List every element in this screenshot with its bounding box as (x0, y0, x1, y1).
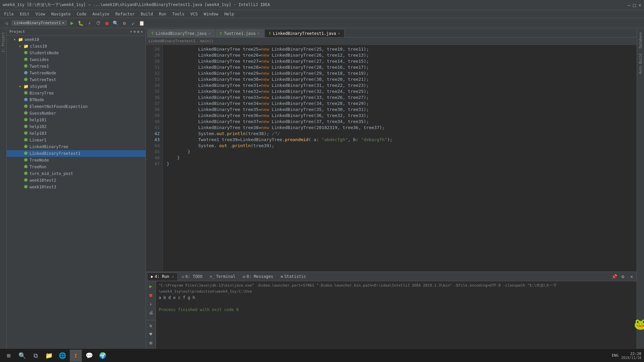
coverage-button[interactable]: ⚡ (86, 19, 93, 27)
run-tab-close[interactable]: ✕ (172, 275, 174, 279)
database-panel-label[interactable]: Database (638, 29, 643, 51)
pin-button[interactable]: 📌 (610, 273, 618, 280)
git-button[interactable]: ↙ (129, 19, 137, 27)
class-icon (24, 178, 28, 183)
filter-button[interactable]: ♥ (147, 330, 155, 338)
tree-item-btnode[interactable]: BTNode (7, 97, 146, 103)
taskview-button[interactable]: ⧉ (30, 350, 42, 362)
profile-button[interactable]: ⏱ (95, 19, 102, 27)
tab-close-icon[interactable]: ✕ (209, 32, 211, 35)
expand-all-button[interactable]: ⊞ (147, 339, 155, 347)
auto-build-label[interactable]: Auto Build (638, 51, 643, 76)
browser-icon[interactable]: 🌍 (97, 350, 109, 362)
run-tab-label: 4: Run (155, 274, 169, 279)
bottom-tab-statistic[interactable]: ≡ Statistic (277, 273, 309, 281)
file-manager-icon[interactable]: 📁 (43, 350, 55, 362)
activity-project[interactable]: 1: Project (1, 29, 6, 55)
tree-item-class10[interactable]: ▾ 📁 class10 (7, 43, 146, 50)
edge-icon[interactable]: 🌐 (56, 350, 68, 362)
tree-item-twotreednode[interactable]: TwotreeNode (7, 70, 146, 76)
back-button[interactable]: ◁ (3, 19, 10, 27)
menu-view[interactable]: View (33, 11, 48, 17)
terminal-button[interactable]: 📋 (138, 19, 146, 27)
search-button[interactable]: 🔍 (112, 19, 119, 27)
menu-build[interactable]: Build (138, 11, 156, 17)
intellij-taskbar-icon[interactable]: I (70, 350, 82, 362)
window-controls[interactable]: – □ ✕ (628, 2, 641, 8)
tree-item-linear1[interactable]: Linear1 (7, 137, 146, 143)
sidebar-close-icon[interactable]: ✕ (141, 29, 143, 34)
messages-tab-icon: ✉ (243, 274, 245, 279)
bottom-tab-run[interactable]: ▶ 4: Run ✕ (147, 273, 178, 281)
bottom-tab-messages[interactable]: ✉ 0: Messages (239, 273, 277, 281)
tree-item-help103[interactable]: help103 (7, 130, 146, 137)
tree-item-treerun[interactable]: TreeRun (7, 164, 146, 170)
tree-item-shiyan8[interactable]: ▾ 📁 shiyan8 (7, 83, 146, 90)
sort-button[interactable]: ⇅ (147, 322, 155, 329)
stop-run-button[interactable]: ■ (147, 291, 155, 299)
menu-edit[interactable]: Edit (17, 11, 32, 17)
menu-file[interactable]: File (1, 11, 16, 17)
line-num: 43 (149, 137, 160, 143)
minimize-button[interactable]: – (628, 2, 630, 8)
tree-item-twotree1[interactable]: Twotree1 (7, 63, 146, 70)
menu-help[interactable]: Help (222, 11, 237, 17)
menu-run[interactable]: Run (156, 11, 169, 17)
tree-label: help103 (30, 131, 47, 136)
code-content[interactable]: LinkedBinaryTree tree25=new LinkedBinary… (163, 45, 637, 272)
tree-label: TreeNode (30, 158, 49, 163)
tree-item-help101[interactable]: help101 (7, 117, 146, 123)
tree-item-studentsnode[interactable]: StudentsNode (7, 50, 146, 56)
settings-bottom-button[interactable]: ⚙ (619, 273, 627, 280)
start-button[interactable]: ⊞ (3, 350, 15, 362)
tree-item-treenode[interactable]: TreeNode (7, 157, 146, 164)
tree-item-elementnotfound[interactable]: ElementNotFoundExpection (7, 103, 146, 110)
tree-item-turn[interactable]: turn_mid_into_post (7, 170, 146, 177)
run-config-dropdown-icon[interactable]: ▾ (62, 21, 64, 25)
tree-item-week10test2[interactable]: week10test2 (7, 177, 146, 184)
bottom-tab-todo[interactable]: ☑ 6: TODO (178, 273, 206, 281)
menu-vcs[interactable]: VCS (188, 11, 201, 17)
tab-icon: C (269, 32, 271, 35)
tree-item-binarytree[interactable]: BinaryTree (7, 90, 146, 97)
run-config-name: LinkedBinaryTreetest1 (14, 21, 61, 25)
menu-tools[interactable]: Tools (170, 11, 187, 17)
tab-close-icon[interactable]: ✕ (338, 32, 340, 35)
rerun-button[interactable]: ▶ (147, 283, 155, 290)
tree-item-guessnumber[interactable]: GuessNumber (7, 110, 146, 117)
wechat-icon[interactable]: 💬 (83, 350, 95, 362)
tree-item-linkedbinarytree[interactable]: LinkedBinaryTree (7, 143, 146, 150)
menu-code[interactable]: Code (74, 11, 89, 17)
close-bottom-button[interactable]: ✕ (628, 273, 635, 280)
close-button[interactable]: ✕ (639, 2, 641, 8)
tab-twotree1[interactable]: C Twotree1.java ✕ (216, 29, 264, 37)
debug-button[interactable]: 🐛 (77, 19, 85, 27)
tab-linkedbinarytree[interactable]: C LinkedBinaryTree.java ✕ (147, 29, 215, 37)
tree-item-linkedbinarytreetest1[interactable]: LinkedBinaryTreetest1 (7, 150, 146, 157)
tree-item-twosides[interactable]: twosides (7, 56, 146, 63)
tab-close-icon[interactable]: ✕ (258, 32, 260, 35)
stop-button[interactable]: ■ (103, 19, 111, 27)
sidebar-settings-icon[interactable]: ⚙ (137, 29, 140, 34)
menu-window[interactable]: Window (201, 11, 221, 17)
tab-label: Twotree1.java (224, 31, 256, 36)
run-button[interactable]: ▶ (68, 19, 76, 27)
tree-item-week10[interactable]: ▾ 📁 week10 (7, 36, 146, 43)
search-taskbar-button[interactable]: 🔍 (16, 350, 28, 362)
scroll-to-end-button[interactable]: ↓ (147, 300, 155, 307)
menu-refactor[interactable]: Refactor (113, 11, 138, 17)
menu-navigate[interactable]: Navigate (49, 11, 73, 17)
tab-linkedbinarytreetest1[interactable]: C LinkedBinaryTreetest1.java ✕ (265, 29, 344, 37)
tree-item-help102[interactable]: help102 (7, 123, 146, 130)
bottom-tab-terminal[interactable]: >_ Terminal (206, 273, 238, 281)
maximize-button[interactable]: □ (633, 2, 636, 8)
sidebar-add-icon[interactable]: + (130, 29, 132, 34)
code-editor[interactable]: 28 29 30 31 32 33 34 35 36 37 38 39 40 4… (146, 45, 637, 272)
tree-item-twotreetest[interactable]: TwotreeTest (7, 76, 146, 83)
tree-item-week10test3[interactable]: week10test3 (7, 184, 146, 190)
settings-button[interactable]: ⚙ (121, 19, 128, 27)
class-icon (24, 171, 28, 176)
menu-analyze[interactable]: Analyze (90, 11, 112, 17)
print-button[interactable]: 🖨 (147, 309, 155, 316)
sidebar-collapse-icon[interactable]: ≡ (133, 29, 136, 34)
